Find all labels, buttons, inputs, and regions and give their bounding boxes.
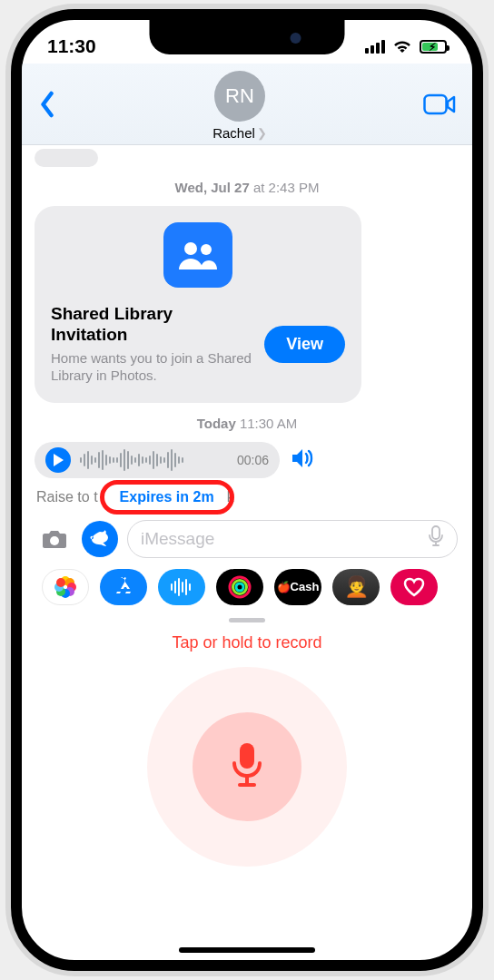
imessage-app-drawer[interactable]: 🍎Cash 🧑‍🦱 xyxy=(35,567,459,614)
audio-message-bubble[interactable]: 00:06 xyxy=(35,442,280,478)
svg-rect-0 xyxy=(424,95,446,113)
svg-point-3 xyxy=(50,536,59,545)
svg-point-1 xyxy=(184,242,197,255)
chevron-right-icon: ❯ xyxy=(257,126,267,140)
svg-point-13 xyxy=(236,583,243,591)
clock: 11:30 xyxy=(47,35,96,57)
raise-to-talk-hint-right: k xyxy=(227,489,234,505)
app-memoji[interactable]: 🧑‍🦱 xyxy=(332,569,380,605)
camera-button[interactable] xyxy=(36,521,73,557)
shared-library-invitation-card: Shared Library Invitation Home wants you… xyxy=(35,206,361,403)
contact-name-button[interactable]: Rachel ❯ xyxy=(212,125,267,141)
shared-library-icon xyxy=(163,222,232,288)
messages-scroll[interactable]: Wed, Jul 27 at 2:43 PM Shared Library In… xyxy=(22,145,472,924)
audio-duration: 00:06 xyxy=(237,453,269,467)
raise-to-talk-hint-left: Raise to t xyxy=(36,489,98,505)
back-button[interactable] xyxy=(38,91,56,122)
contact-avatar[interactable]: RN xyxy=(214,71,265,122)
drawer-grabber[interactable] xyxy=(229,618,265,622)
timestamp-2: Today 11:30 AM xyxy=(35,416,459,431)
voice-record-panel: Tap or hold to record xyxy=(35,630,459,867)
record-button[interactable] xyxy=(147,667,347,867)
view-invitation-button[interactable]: View xyxy=(264,326,345,363)
message-input[interactable]: iMessage xyxy=(127,520,458,558)
app-audio-messages[interactable] xyxy=(158,569,205,605)
svg-rect-4 xyxy=(432,526,440,539)
play-audio-button[interactable] xyxy=(45,447,71,473)
previous-message-bubble xyxy=(35,149,98,167)
svg-point-2 xyxy=(201,244,212,255)
message-placeholder: iMessage xyxy=(141,529,214,549)
timestamp-1: Wed, Jul 27 at 2:43 PM xyxy=(35,180,459,195)
expires-indicator[interactable]: Expires in 2m xyxy=(107,485,227,509)
audio-waveform-icon xyxy=(80,448,228,472)
speaker-toggle-button[interactable] xyxy=(291,447,316,473)
svg-rect-14 xyxy=(240,743,254,769)
app-store[interactable] xyxy=(100,569,147,605)
app-fitness[interactable] xyxy=(216,569,263,605)
card-subtitle: Home wants you to join a Shared Library … xyxy=(51,349,253,385)
cellular-icon xyxy=(365,40,385,54)
contact-name-text: Rachel xyxy=(212,125,255,141)
wifi-icon xyxy=(392,39,412,54)
app-photos[interactable] xyxy=(42,569,89,605)
app-digital-touch[interactable] xyxy=(390,569,438,605)
record-instruction: Tap or hold to record xyxy=(35,633,459,652)
card-title: Shared Library Invitation xyxy=(51,304,253,346)
imessage-apps-button[interactable] xyxy=(82,521,118,557)
microphone-icon xyxy=(229,741,265,792)
home-indicator[interactable] xyxy=(179,947,315,953)
conversation-header: RN Rachel ❯ xyxy=(22,64,472,145)
battery-icon: ⚡︎ xyxy=(420,40,447,54)
dictation-icon[interactable] xyxy=(428,525,444,552)
app-apple-cash[interactable]: 🍎Cash xyxy=(274,569,321,605)
facetime-button[interactable] xyxy=(423,93,456,120)
device-notch xyxy=(150,20,345,54)
